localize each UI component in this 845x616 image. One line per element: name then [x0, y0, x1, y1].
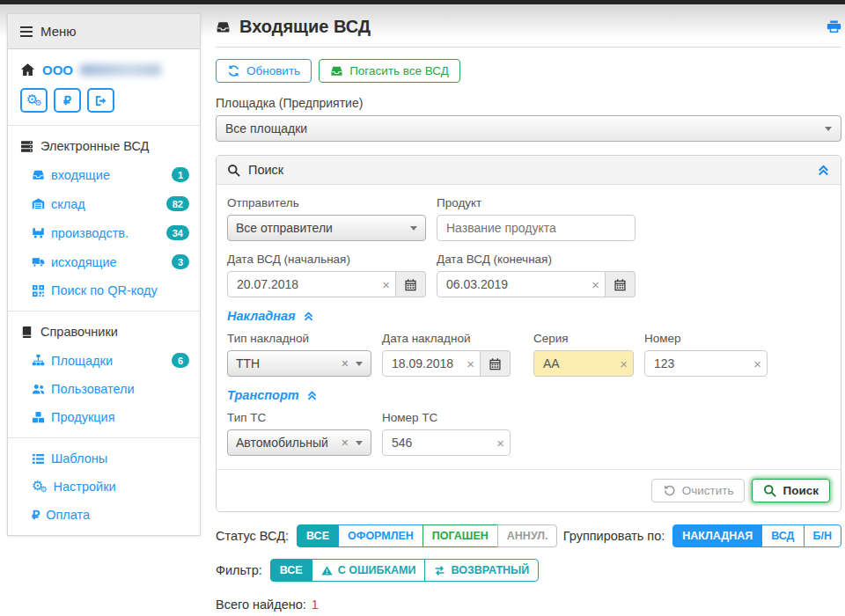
- date-from-input[interactable]: [227, 271, 396, 297]
- page-layout: Меню ООО ⚙⚙ ₽ Э: [0, 4, 845, 612]
- sidebar-item-templates[interactable]: Шаблоны: [8, 444, 200, 473]
- sidebar-item-production[interactable]: производств. 34: [8, 218, 200, 247]
- org-payment-button[interactable]: ₽: [54, 88, 81, 113]
- nav-section-directories: Справочники Площадки 6 Пользователи Прод…: [8, 312, 200, 438]
- waybill-series-label: Серия: [533, 332, 634, 345]
- platform-select[interactable]: Все площадки: [216, 115, 841, 142]
- status-extinguished-button[interactable]: ПОГАШЕН: [422, 524, 498, 547]
- status-cancelled-button[interactable]: АННУЛ.: [497, 524, 558, 547]
- hamburger-icon: [20, 26, 33, 37]
- sidebar-item-users[interactable]: Пользователи: [8, 375, 200, 403]
- filter-button-group: ВСЕ С ОШИБКАМИ ВОЗВРАТНЫЙ: [270, 559, 540, 582]
- clear-icon[interactable]: ×: [592, 278, 599, 291]
- date-to-label: Дата ВСД (конечная): [437, 253, 636, 266]
- group-by-waybill-button[interactable]: НАКЛАДНАЯ: [672, 524, 762, 547]
- sidebar-item-products[interactable]: Продукция: [8, 403, 200, 431]
- search-submit-button[interactable]: Поиск: [752, 479, 830, 502]
- users-icon: [32, 383, 45, 396]
- group-by-bn-button[interactable]: Б/Н: [804, 524, 841, 547]
- group-by-vsd-button[interactable]: ВСД: [761, 524, 804, 547]
- status-button-group: ВСЕ ОФОРМЛЕН ПОГАШЕН АННУЛ.: [297, 524, 557, 547]
- sender-select[interactable]: Все отправители: [227, 215, 426, 241]
- calendar-icon: [404, 278, 417, 291]
- filter-all-button[interactable]: ВСЕ: [270, 559, 312, 582]
- waybill-series-input[interactable]: [533, 350, 634, 377]
- truck-icon: [32, 255, 45, 268]
- chevron-double-up-icon[interactable]: [306, 390, 318, 401]
- product-input[interactable]: [437, 215, 636, 241]
- inbox-icon: [32, 168, 45, 181]
- nav-section-misc: Шаблоны ⚙⚙ Настройки ₽ Оплата: [8, 438, 200, 535]
- results-count: 1: [312, 598, 319, 612]
- undo-icon: [663, 484, 676, 497]
- waybill-section-header: Накладная: [227, 309, 830, 323]
- sender-label: Отправитель: [227, 196, 426, 209]
- group-by-label: Группировать по:: [563, 529, 665, 543]
- status-all-button[interactable]: ВСЕ: [297, 524, 339, 547]
- date-from-calendar-button[interactable]: [396, 271, 426, 297]
- refresh-button[interactable]: Обновить: [216, 59, 312, 83]
- waybill-date-input[interactable]: [382, 350, 481, 377]
- refresh-icon: [227, 64, 240, 77]
- filter-returnable-button[interactable]: ВОЗВРАТНЫЙ: [424, 559, 539, 582]
- page-title: Входящие ВСД: [239, 17, 371, 37]
- sign-out-icon: [94, 94, 107, 107]
- chevron-double-up-icon[interactable]: [303, 311, 314, 322]
- collapse-panel-button[interactable]: [817, 164, 830, 177]
- waybill-date-calendar-button[interactable]: [481, 350, 511, 377]
- waybill-type-select[interactable]: ТТН ×: [227, 350, 371, 377]
- waybill-number-input[interactable]: [644, 350, 768, 377]
- extinguish-all-button[interactable]: Погасить все ВСД: [319, 59, 460, 83]
- gears-icon: ⚙⚙: [32, 480, 48, 494]
- chevron-down-icon: [356, 441, 363, 445]
- search-panel-header: Поиск: [217, 156, 841, 185]
- menu-label: Меню: [40, 24, 77, 39]
- sidebar-item-outgoing[interactable]: исходящие 3: [8, 247, 200, 276]
- clear-icon[interactable]: ×: [467, 357, 474, 370]
- clear-filters-button[interactable]: Очистить: [651, 479, 746, 502]
- search-panel-footer: Очистить Поиск: [217, 469, 841, 511]
- clear-icon[interactable]: ×: [342, 436, 349, 450]
- sidebar-item-qr-search[interactable]: Поиск по QR-коду: [8, 276, 200, 304]
- printer-icon: [827, 19, 841, 34]
- calendar-icon: [614, 278, 627, 291]
- waybill-number-label: Номер: [644, 332, 768, 345]
- menu-toggle[interactable]: Меню: [8, 14, 200, 49]
- sidebar-item-warehouse[interactable]: склад 82: [8, 189, 200, 218]
- date-to-calendar-button[interactable]: [606, 271, 636, 297]
- sidebar-item-incoming[interactable]: входящие 1: [8, 160, 200, 189]
- transport-type-select[interactable]: Автомобильный ×: [227, 429, 371, 456]
- chevron-down-icon: [356, 362, 363, 366]
- org-link[interactable]: ООО: [42, 62, 73, 77]
- filter-errors-button[interactable]: С ОШИБКАМИ: [312, 559, 426, 582]
- status-issued-button[interactable]: ОФОРМЛЕН: [338, 524, 423, 547]
- transport-number-input[interactable]: [382, 429, 511, 456]
- platform-label: Площадка (Предприятие): [216, 96, 841, 110]
- server-icon: [20, 140, 33, 153]
- org-settings-button[interactable]: ⚙⚙: [20, 88, 48, 113]
- clear-icon[interactable]: ×: [382, 278, 390, 291]
- transport-section-header: Транспорт: [227, 388, 830, 402]
- inbox-icon: [216, 19, 231, 34]
- transport-type-label: Тип ТС: [227, 411, 371, 424]
- clear-icon[interactable]: ×: [753, 357, 761, 370]
- sidebar-item-settings[interactable]: ⚙⚙ Настройки: [8, 473, 200, 501]
- logout-button[interactable]: [87, 88, 114, 113]
- badge-count: 3: [172, 254, 189, 269]
- warning-icon: [321, 565, 333, 576]
- print-button[interactable]: [827, 19, 841, 34]
- badge-count: 1: [172, 167, 189, 182]
- sidebar-item-payment[interactable]: ₽ Оплата: [8, 501, 200, 529]
- clear-icon[interactable]: ×: [342, 356, 349, 370]
- badge-count: 34: [166, 225, 189, 240]
- gears-icon: ⚙⚙: [26, 93, 42, 107]
- search-panel: Поиск Отправитель Все отправители П: [216, 155, 841, 512]
- book-icon: [20, 326, 33, 339]
- nav-section-vsd: Электронные ВСД входящие 1 склад 82 прои…: [8, 126, 200, 312]
- sidebar-item-sites[interactable]: Площадки 6: [8, 346, 200, 375]
- clear-icon[interactable]: ×: [496, 436, 504, 450]
- results-total: Всего найдено: 1: [216, 598, 841, 612]
- clear-icon[interactable]: ×: [620, 357, 628, 370]
- date-to-input[interactable]: [437, 271, 606, 297]
- waybill-date-label: Дата накладной: [382, 332, 511, 345]
